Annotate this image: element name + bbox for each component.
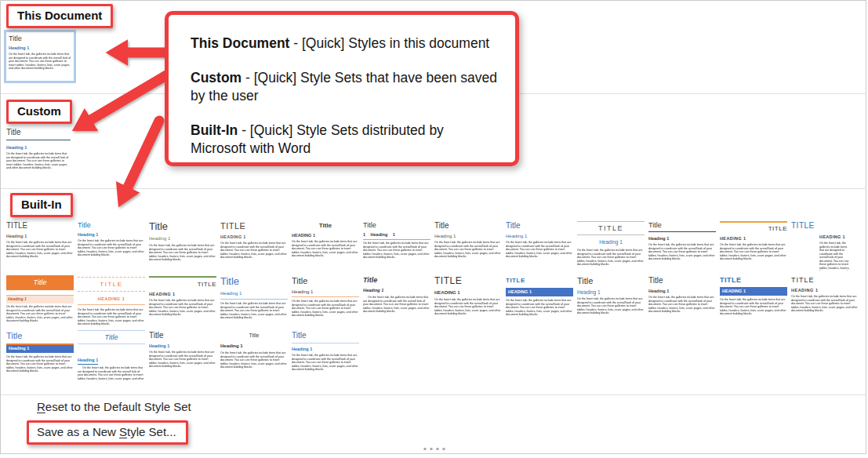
style-set-thumbnail[interactable]: TitleHeading 1On the Insert tab, the gal…: [220, 275, 288, 325]
style-set-thumbnail[interactable]: TitleHeading 1On the Insert tab, the gal…: [9, 34, 71, 79]
style-set-thumbnail[interactable]: TitleHeading 1On the Insert tab, the gal…: [6, 275, 74, 325]
gallery-resize-grip[interactable]: [423, 448, 445, 450]
thumb-title-text: Title: [78, 221, 145, 229]
thumb-body-text: On the Insert tab, the galleries include…: [577, 297, 645, 315]
style-set-thumbnail[interactable]: TitleHEADING 1On the Insert tab, the gal…: [292, 220, 359, 271]
style-set-thumbnail[interactable]: TITLEHEADING 1On the Insert tab, the gal…: [720, 220, 787, 271]
style-set-thumbnail[interactable]: TitleHeading 1On the Insert tab, the gal…: [363, 275, 430, 325]
style-set-thumbnail[interactable]: TITLEHEADING 1On the Insert tab, the gal…: [506, 275, 573, 325]
thumb-heading-text: Heading 1: [506, 234, 573, 240]
thumb-title-text: Title: [434, 221, 502, 231]
thumb-heading-text: Heading 1: [78, 358, 98, 365]
thumb-heading-text: HEADING 1: [819, 234, 859, 240]
thumb-title-text: Title: [6, 275, 74, 290]
thumb-heading-text: Heading 1: [292, 347, 359, 352]
thumb-heading-text: Heading 1: [220, 344, 288, 350]
style-set-thumbnail[interactable]: TitleHeading 1On the Insert tab, the gal…: [506, 220, 573, 271]
grip-dot: [442, 448, 445, 450]
thumb-body-text: On the Insert tab, the galleries include…: [6, 241, 74, 259]
thumb-heading-text: Heading 1: [6, 145, 71, 151]
annotation-line-this-document: This Document - [Quick] Styles in this d…: [191, 35, 501, 53]
style-set-thumbnail[interactable]: TitleHeading 1On the Insert tab, the gal…: [648, 275, 716, 325]
thumb-body-text: On the Insert tab, the galleries include…: [720, 243, 787, 261]
thumb-title-text: TITLE: [220, 221, 288, 231]
thumb-title-text: Title: [648, 276, 716, 285]
style-set-thumbnail[interactable]: TITLEHeading 1On the Insert tab, the gal…: [577, 220, 645, 271]
thumb-title-text: Title: [577, 276, 645, 286]
grip-dot: [423, 448, 426, 450]
thumb-body-text: On the Insert tab, the galleries include…: [220, 302, 288, 320]
section-label-custom: Custom: [6, 100, 72, 124]
thumb-title-text: Title: [292, 276, 359, 286]
thumb-heading-text: Heading 1: [577, 289, 645, 296]
thumb-title-text: Title: [149, 221, 216, 233]
style-set-thumbnail[interactable]: TITLEHEADING 1On the Insert tab, the gal…: [78, 275, 145, 325]
style-set-thumbnail[interactable]: Title1 Heading 1On the Insert tab, the g…: [363, 220, 430, 271]
style-set-thumbnail[interactable]: TitleHeading 1On the Insert tab, the gal…: [149, 220, 216, 271]
thumb-title-text: Title: [149, 331, 216, 340]
style-set-thumbnail[interactable]: TitleHeading 1On the Insert tab, the gal…: [6, 127, 71, 184]
style-set-thumbnail[interactable]: TitleHeading 1On the Insert tab, the gal…: [292, 330, 359, 380]
thumb-body-text: On the Insert tab, the galleries include…: [292, 300, 359, 318]
thumb-title-text: Title: [648, 221, 716, 232]
thumb-body-text: On the Insert tab, the galleries include…: [506, 241, 573, 259]
section-divider: [1, 188, 866, 189]
thumb-heading-text: Heading 1: [78, 232, 145, 238]
style-set-thumbnail[interactable]: TitleHeading 1On the Insert tab, the gal…: [577, 275, 645, 325]
style-set-thumbnail[interactable]: TitleHeading 1On the Insert tab, the gal…: [292, 275, 359, 325]
thumb-title-text: TITLE: [78, 277, 145, 292]
thumb-heading-text: HEADING 1: [78, 296, 145, 305]
reset-to-default-style-set-menu-item[interactable]: Reset to the Default Style Set: [37, 400, 191, 413]
thumb-title-text: Title: [363, 221, 430, 229]
style-set-thumbnail[interactable]: TITLEHEADING 1On the Insert tab, the gal…: [791, 275, 859, 325]
thumb-title-text: TITLE: [434, 276, 502, 287]
this-document-style-set-selected[interactable]: TitleHeading 1On the Insert tab, the gal…: [4, 30, 76, 83]
thumb-body-text: On the Insert tab, the galleries include…: [220, 351, 288, 369]
thumb-heading-text: Heading 1: [220, 291, 288, 300]
style-set-thumbnail[interactable]: TitleHeading 1On the Insert tab, the gal…: [434, 220, 502, 271]
style-set-thumbnail[interactable]: TITLEHEADING 1On the Insert tab, the gal…: [720, 275, 787, 325]
style-set-thumbnail[interactable]: TITLEHEADING 1On the Insert tab, the gal…: [434, 275, 502, 325]
thumb-title-text: Title: [506, 221, 573, 231]
thumb-heading-text: HEADING 1: [149, 292, 216, 297]
thumb-body-text: On the Insert tab, the galleries include…: [506, 299, 573, 317]
style-set-thumbnail[interactable]: TitleHeading 1On the Insert tab, the gal…: [149, 330, 216, 380]
thumb-title-text: TITLE: [720, 221, 787, 232]
thumb-title-text: Title: [78, 330, 145, 344]
thumb-heading-text: Heading 1: [363, 288, 430, 293]
thumb-title-text: Title: [292, 222, 359, 229]
style-set-thumbnail[interactable]: TitleHeading 1On the Insert tab, the gal…: [220, 330, 288, 380]
thumb-title-text: TITLE: [720, 276, 787, 284]
thumb-title-text: Title: [6, 331, 74, 341]
style-set-thumbnail[interactable]: TITLEHEADING 1On the Insert tab, the gal…: [220, 220, 288, 271]
style-set-thumbnail[interactable]: TITLEHeading 1On the Insert tab, the gal…: [6, 220, 74, 271]
built-in-style-set-grid: TITLEHeading 1On the Insert tab, the gal…: [6, 220, 859, 380]
section-divider: [1, 394, 866, 395]
thumb-body-text: On the Insert tab, the galleries include…: [6, 305, 74, 323]
annotation-line-built-in: Built-In - [Quick] Style Sets distribute…: [191, 122, 501, 158]
style-set-thumbnail[interactable]: TitleHeading 1On the Insert tab, the gal…: [648, 220, 716, 271]
annotation-term: Built-In: [191, 122, 238, 138]
custom-style-set[interactable]: TitleHeading 1On the Insert tab, the gal…: [4, 125, 73, 185]
thumb-body-text: On the Insert tab, the galleries include…: [6, 355, 74, 373]
thumb-title-text: Title: [363, 276, 430, 284]
style-set-thumbnail[interactable]: TitleHeading 1On the Insert tab, the gal…: [78, 330, 145, 380]
style-set-thumbnail[interactable]: TitleHeading 1On the Insert tab, the gal…: [6, 330, 74, 380]
thumb-body-text: On the Insert tab, the galleries include…: [363, 242, 430, 260]
thumb-body-text: On the Insert tab, the galleries include…: [577, 249, 645, 267]
section-label-this-document: This Document: [6, 4, 113, 28]
grip-dot: [436, 448, 438, 450]
thumb-heading-text: Heading 1: [648, 289, 716, 294]
style-set-thumbnail[interactable]: TITLEHEADING 1On the Insert tab, the gal…: [791, 220, 859, 271]
thumb-heading-text: HEADING 1: [720, 287, 787, 296]
thumb-title-text: TITLE: [577, 221, 645, 235]
thumb-heading-text: Heading 1: [6, 234, 74, 239]
thumb-body-text: On the Insert tab, the galleries include…: [434, 241, 502, 259]
thumb-heading-text: Heading 1: [577, 239, 645, 245]
thumb-body-text: On the Insert tab, the galleries include…: [819, 242, 852, 271]
save-as-new-style-set-menu-item[interactable]: Save as a New Style Set...: [37, 425, 176, 438]
style-set-thumbnail[interactable]: TitleHeading 1On the Insert tab, the gal…: [78, 220, 145, 271]
thumb-title-text: TITLE: [6, 221, 74, 231]
thumb-title-text: TITLE: [791, 221, 859, 231]
style-set-thumbnail[interactable]: TITLEHEADING 1On the Insert tab, the gal…: [149, 275, 216, 325]
